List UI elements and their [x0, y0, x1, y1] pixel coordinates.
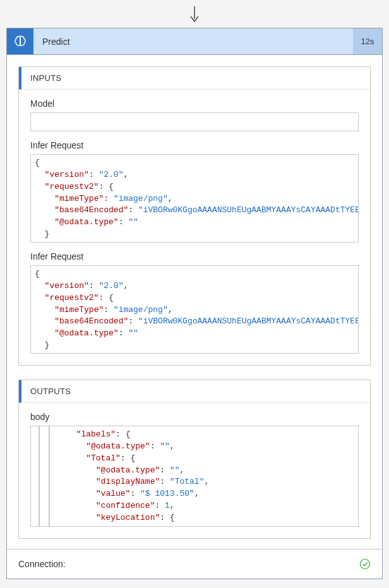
connection-label: Connection: — [18, 559, 359, 569]
body-field: body "labels": { "@odata.type": "", "Tot… — [30, 412, 359, 527]
infer-request-1-json: { "version": "2.0", "requestv2": { "mime… — [31, 155, 359, 243]
svg-point-1 — [361, 560, 370, 569]
infer-request-2-json: { "version": "2.0", "requestv2": { "mime… — [31, 266, 359, 354]
infer-request-2-field: Infer Request { "version": "2.0", "reque… — [30, 251, 359, 354]
infer-request-1-label: Infer Request — [30, 140, 359, 150]
arrow-down-icon — [188, 6, 201, 24]
flow-connector-arrow — [6, 6, 383, 28]
predict-action-card: Predict 12s INPUTS Model Infer Request {… — [6, 28, 383, 579]
model-input[interactable] — [30, 112, 359, 131]
brain-icon — [7, 28, 33, 54]
check-circle-icon — [359, 558, 371, 570]
card-header[interactable]: Predict 12s — [7, 28, 382, 55]
model-field: Model — [30, 99, 359, 131]
outputs-section-title: OUTPUTS — [19, 380, 370, 403]
infer-request-1-code[interactable]: { "version": "2.0", "requestv2": { "mime… — [30, 154, 359, 243]
body-label: body — [30, 412, 359, 422]
body-json: "labels": { "@odata.type": "", "Total": … — [63, 426, 359, 527]
inputs-section: INPUTS Model Infer Request { "version": … — [18, 66, 371, 366]
inputs-section-title: INPUTS — [19, 67, 370, 90]
infer-request-2-label: Infer Request — [30, 251, 359, 261]
card-title: Predict — [33, 28, 353, 54]
infer-request-1-field: Infer Request { "version": "2.0", "reque… — [30, 140, 359, 243]
card-footer: Connection: — [7, 549, 382, 579]
json-indent-guides — [31, 426, 63, 527]
outputs-section: OUTPUTS body "labels": { "@odata.type": … — [18, 380, 371, 539]
body-code[interactable]: "labels": { "@odata.type": "", "Total": … — [30, 426, 359, 527]
model-label: Model — [30, 99, 359, 109]
infer-request-2-code[interactable]: { "version": "2.0", "requestv2": { "mime… — [30, 265, 359, 354]
card-duration-badge: 12s — [353, 28, 382, 54]
